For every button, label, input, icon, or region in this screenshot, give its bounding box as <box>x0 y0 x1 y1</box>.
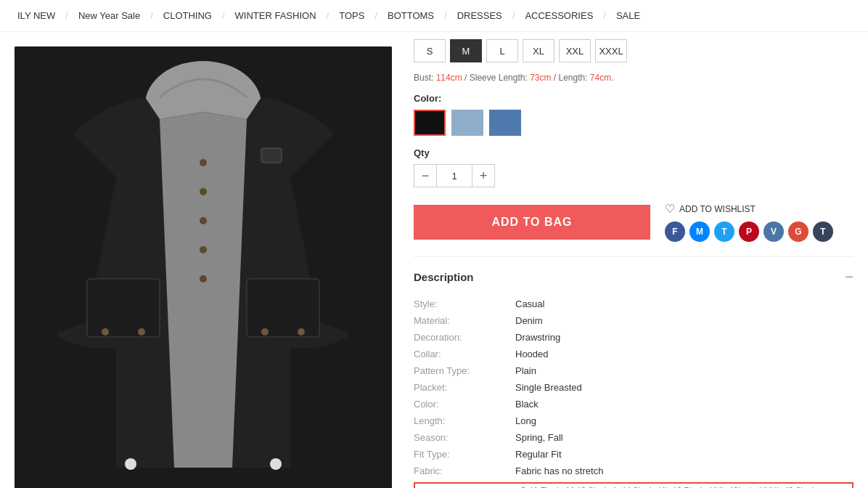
svg-point-4 <box>102 328 109 336</box>
product-image <box>15 46 392 488</box>
highlighted-row: Bust(inch):S:41.7inch, M:43.3inch, L:44.… <box>414 483 853 488</box>
nav-item-tops[interactable]: TOPS <box>329 10 374 21</box>
desc-label: Pattern Type: <box>414 362 515 379</box>
size-button-xxl[interactable]: XXL <box>559 39 591 62</box>
desc-value: Single Breasted <box>515 379 853 396</box>
desc-value: Casual <box>515 296 853 312</box>
vk-icon[interactable]: V <box>763 221 784 242</box>
qty-decrease-button[interactable]: − <box>414 164 437 187</box>
wishlist-button[interactable]: ♡ ADD TO WISHLIST <box>665 202 756 216</box>
nav-item-new-year-sale[interactable]: New Year Sale <box>68 10 150 21</box>
desc-label: Decoration: <box>414 329 515 346</box>
nav-item-ily-new[interactable]: ILY NEW <box>7 10 65 21</box>
desc-value: Regular Fit <box>515 446 853 463</box>
size-button-s[interactable]: S <box>414 39 446 62</box>
product-image-area <box>0 39 406 488</box>
tumblr-icon[interactable]: T <box>813 221 833 242</box>
length-value: 74cm <box>590 73 611 83</box>
size-button-xxxl[interactable]: XXXL <box>595 39 627 62</box>
desc-value: Black <box>515 396 853 412</box>
svg-point-13 <box>125 458 136 470</box>
table-row: Decoration:Drawstring <box>414 329 853 346</box>
measurements: Bust: 114cm / Sleeve Length: 73cm / Leng… <box>414 73 853 83</box>
desc-label: Fit Type: <box>414 446 515 463</box>
highlight-label: Bust(inch): <box>414 483 516 488</box>
wishlist-area: ♡ ADD TO WISHLIST FMTPVGT <box>665 202 833 242</box>
product-jacket-svg <box>15 46 392 488</box>
desc-label: Placket: <box>414 379 515 396</box>
collapse-icon[interactable]: − <box>845 269 853 285</box>
nav-item-dresses[interactable]: DRESSES <box>447 10 512 21</box>
qty-increase-button[interactable]: + <box>472 164 495 187</box>
svg-point-12 <box>200 275 207 282</box>
facebook-icon[interactable]: F <box>665 221 685 242</box>
color-swatch-black[interactable] <box>414 110 446 136</box>
color-label: Color: <box>414 93 853 104</box>
messenger-icon[interactable]: M <box>689 221 710 242</box>
table-row: Placket:Single Breasted <box>414 379 853 396</box>
desc-value: Spring, Fall <box>515 429 853 446</box>
color-swatches <box>414 110 853 136</box>
svg-point-6 <box>261 328 269 336</box>
sleeve-value: 73cm <box>530 73 551 83</box>
desc-value: Plain <box>515 362 853 379</box>
wishlist-label: ADD TO WISHLIST <box>679 204 756 214</box>
description-table: Style:CasualMaterial:DenimDecoration:Dra… <box>414 296 853 488</box>
table-row: Material:Denim <box>414 312 853 329</box>
size-selector: SMLXLXXLXXXL <box>414 39 853 62</box>
nav-item-winter-fashion[interactable]: WINTER FASHION <box>225 10 327 21</box>
desc-value: Denim <box>515 312 853 329</box>
pinterest-icon[interactable]: P <box>739 221 759 242</box>
nav-item-sale[interactable]: SALE <box>606 10 650 21</box>
svg-rect-15 <box>261 148 282 163</box>
nav-item-accessories[interactable]: ACCESSORIES <box>515 10 603 21</box>
svg-point-10 <box>200 217 207 224</box>
qty-label: Qty <box>414 147 853 158</box>
color-swatch-light-blue[interactable] <box>451 110 483 136</box>
highlight-value: S:41.7inch, M:43.3inch, L:44.9inch, XL:4… <box>516 483 853 488</box>
svg-point-7 <box>298 328 305 336</box>
desc-label: Material: <box>414 312 515 329</box>
svg-point-8 <box>200 159 207 166</box>
table-row: Collar:Hooded <box>414 346 853 362</box>
google-icon[interactable]: G <box>788 221 808 242</box>
table-row: Fabric:Fabric has no stretch <box>414 463 853 479</box>
nav-item-bottoms[interactable]: BOTTOMS <box>377 10 444 21</box>
description-title: Description <box>414 271 474 283</box>
desc-label: Fabric: <box>414 463 515 479</box>
table-row: Color:Black <box>414 396 853 412</box>
qty-value: 1 <box>437 164 472 187</box>
svg-rect-2 <box>87 279 160 337</box>
table-row: Fit Type:Regular Fit <box>414 446 853 463</box>
add-to-bag-button[interactable]: ADD TO BAG <box>414 205 650 240</box>
size-button-l[interactable]: L <box>486 39 518 62</box>
size-button-m[interactable]: M <box>450 39 482 62</box>
size-button-xl[interactable]: XL <box>523 39 554 62</box>
twitter-icon[interactable]: T <box>714 221 734 242</box>
qty-row: − 1 + <box>414 164 853 187</box>
product-panel: SMLXLXXLXXXL Bust: 114cm / Sleeve Length… <box>406 39 868 488</box>
color-swatch-blue[interactable] <box>489 110 521 136</box>
svg-point-9 <box>200 188 207 195</box>
desc-label: Season: <box>414 429 515 446</box>
social-row: FMTPVGT <box>665 221 833 242</box>
table-row: Style:Casual <box>414 296 853 312</box>
table-row: Pattern Type:Plain <box>414 362 853 379</box>
main-content: SMLXLXXLXXXL Bust: 114cm / Sleeve Length… <box>0 32 868 488</box>
svg-rect-3 <box>247 279 319 337</box>
highlighted-measurements-row: Bust(inch):S:41.7inch, M:43.3inch, L:44.… <box>414 479 853 488</box>
desc-value: Drawstring <box>515 329 853 346</box>
navigation: ILY NEW / New Year Sale / CLOTHING / WIN… <box>0 0 868 32</box>
add-row: ADD TO BAG ♡ ADD TO WISHLIST FMTPVGT <box>414 202 853 242</box>
desc-label: Style: <box>414 296 515 312</box>
nav-item-clothing[interactable]: CLOTHING <box>153 10 222 21</box>
svg-point-11 <box>200 246 207 253</box>
desc-value: Fabric has no stretch <box>515 463 853 479</box>
svg-point-14 <box>270 458 282 470</box>
desc-label: Collar: <box>414 346 515 362</box>
desc-label: Color: <box>414 396 515 412</box>
bust-value: 114cm <box>436 73 462 83</box>
description-header: Description − <box>414 269 853 285</box>
desc-value: Hooded <box>515 346 853 362</box>
description-section: Description − Style:CasualMaterial:Denim… <box>414 256 853 488</box>
